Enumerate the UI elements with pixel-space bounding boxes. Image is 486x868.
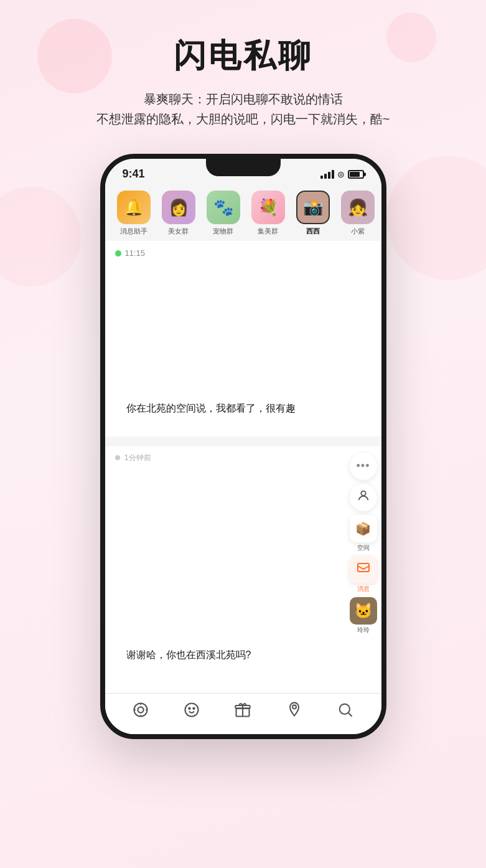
dots-icon-circle: ••• xyxy=(350,453,377,480)
chat-lower-area: 1分钟前 谢谢哈，你也在西溪北苑吗? ••• xyxy=(105,446,381,693)
contact-label: 集美群 xyxy=(258,227,278,236)
wifi-icon: ⊜ xyxy=(337,169,345,179)
timestamp-lower: 1分钟前 xyxy=(115,453,372,463)
page-subtitle: 暴爽聊天：开启闪电聊不敢说的情话 不想泄露的隐私，大胆的说吧，闪电一下就消失，酷… xyxy=(96,89,390,129)
chat-divider xyxy=(105,436,381,441)
person-icon xyxy=(357,489,370,506)
sidebar-icon-dots[interactable]: ••• xyxy=(348,453,379,480)
contact-item[interactable]: 🐾 宠物群 xyxy=(205,191,242,236)
signal-icon xyxy=(320,170,334,179)
subtitle-line2: 不想泄露的隐私，大胆的说吧，闪电一下就消失，酷~ xyxy=(96,112,390,126)
linglin-label: 玲玲 xyxy=(357,626,370,634)
message-bubble-lower: 谢谢哈，你也在西溪北苑吗? xyxy=(115,640,320,671)
svg-point-4 xyxy=(185,704,199,717)
dots-icon: ••• xyxy=(357,460,370,473)
sidebar-icon-linglin[interactable]: 🐱 玲玲 xyxy=(348,597,379,634)
contact-avatar-xixi: 📸 xyxy=(296,191,330,224)
contact-item-xixi[interactable]: 📸 西西 xyxy=(294,191,332,236)
chat-upper-area: 11:15 你在北苑的空间说，我都看了，很有趣 xyxy=(105,241,381,436)
contact-avatar-chongwu: 🐾 xyxy=(207,191,240,224)
svg-point-10 xyxy=(340,704,350,714)
phone-frame: 9:41 ⊜ 🔔 消息助手 xyxy=(100,154,386,739)
contact-item[interactable]: 💐 集美群 xyxy=(250,191,287,236)
sidebar-icon-person[interactable] xyxy=(348,484,379,511)
svg-point-6 xyxy=(193,708,194,709)
nav-search-icon[interactable] xyxy=(337,701,354,723)
phone-notch xyxy=(206,159,281,176)
timestamp-lower-text: 1分钟前 xyxy=(124,453,151,462)
person-icon-circle xyxy=(350,484,377,511)
linglin-avatar: 🐱 xyxy=(350,597,377,625)
chat-timestamp-top: 11:15 xyxy=(115,248,372,258)
timestamp-upper: 11:15 xyxy=(125,248,146,258)
nav-location-icon[interactable] xyxy=(286,701,303,723)
contact-item[interactable]: 👩 美女群 xyxy=(160,191,197,236)
deco-circle-top-left xyxy=(37,19,112,93)
message-text-upper: 你在北苑的空间说，我都看了，很有趣 xyxy=(126,403,296,413)
contact-item-xiaozi[interactable]: 👧 小紫 xyxy=(339,191,376,236)
space-label: 空间 xyxy=(357,544,370,552)
deco-circle-mid-right xyxy=(386,156,486,280)
subtitle-line1: 暴爽聊天：开启闪电聊不敢说的情话 xyxy=(144,92,343,106)
contact-label: 美女群 xyxy=(168,227,189,236)
message-label: 消息 xyxy=(357,585,370,593)
status-icons: ⊜ xyxy=(320,169,364,179)
svg-point-2 xyxy=(134,704,147,717)
nav-voice-icon[interactable] xyxy=(132,701,149,723)
status-time: 9:41 xyxy=(123,167,145,181)
sidebar-icon-message[interactable]: 消息 xyxy=(348,556,379,593)
phone-mockup: 9:41 ⊜ 🔔 消息助手 xyxy=(100,154,386,739)
space-icon: 📦 xyxy=(355,521,371,536)
bottom-nav xyxy=(105,693,381,734)
contact-avatar-xiaozi: 👧 xyxy=(341,191,375,224)
message-icon xyxy=(356,560,371,579)
contact-label: 消息助手 xyxy=(120,227,147,236)
message-bubble-upper: 你在北苑的空间说，我都看了，很有趣 xyxy=(115,394,307,424)
contact-label-xiaozi: 小紫 xyxy=(351,227,365,236)
nav-gift-icon[interactable] xyxy=(234,701,251,723)
deco-circle-top-right xyxy=(386,12,436,62)
svg-point-9 xyxy=(292,705,296,709)
contact-item[interactable]: 🔔 消息助手 xyxy=(115,191,152,236)
contact-avatar-assistant: 🔔 xyxy=(117,191,151,224)
message-text-lower: 谢谢哈，你也在西溪北苑吗? xyxy=(126,649,251,660)
space-icon-square: 📦 xyxy=(350,515,377,542)
svg-point-5 xyxy=(189,708,190,709)
nav-emoji-icon[interactable] xyxy=(183,701,200,723)
battery-icon xyxy=(348,170,364,179)
chat-sidebar: ••• xyxy=(345,446,381,693)
contact-avatar-meinv: 👩 xyxy=(162,191,195,224)
contact-label-xixi: 西西 xyxy=(306,227,320,236)
contact-avatar-jimei: 💐 xyxy=(251,191,285,224)
contacts-row: 🔔 消息助手 👩 美女群 🐾 宠物群 💐 xyxy=(105,184,381,241)
page-title: 闪电私聊 xyxy=(174,34,313,78)
contact-label: 宠物群 xyxy=(213,227,233,236)
svg-point-0 xyxy=(361,491,365,496)
green-dot-indicator xyxy=(115,250,121,257)
sidebar-icon-space[interactable]: 📦 空间 xyxy=(348,515,379,552)
deco-circle-mid-left xyxy=(0,187,81,286)
svg-point-3 xyxy=(138,707,143,712)
message-icon-square xyxy=(350,556,377,583)
